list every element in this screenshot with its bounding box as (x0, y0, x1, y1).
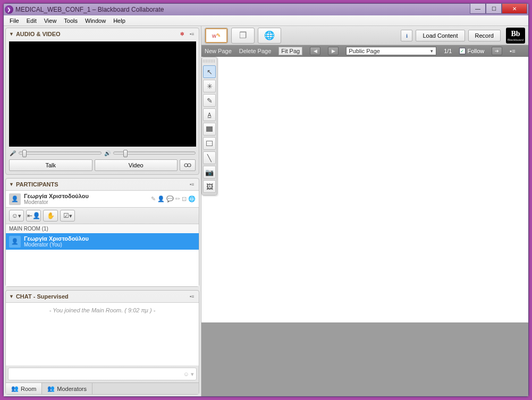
chat-header[interactable]: ▼ CHAT - Supervised ▪≡ (6, 291, 199, 302)
people-icon: 👥 (11, 385, 19, 392)
next-page-button[interactable]: ▶ (328, 47, 339, 55)
room-participant-row[interactable]: 👤 Γεωργία Χριστοδούλου Moderator (You) (6, 233, 199, 250)
select-tool[interactable]: ↖ (203, 65, 216, 78)
checkbox-icon: ✓ (459, 48, 466, 54)
room-list: 👤 Γεωργία Χριστοδούλου Moderator (You) (6, 233, 199, 286)
menu-view[interactable]: View (40, 16, 61, 25)
prev-page-button[interactable]: ◀ (310, 47, 320, 55)
menu-help[interactable]: Help (109, 16, 129, 25)
video-display (9, 41, 196, 147)
maximize-button[interactable]: ☐ (486, 3, 502, 14)
page-toolbar: New Page Delete Page Fit Pag ◀ ▶ Public … (201, 45, 528, 57)
record-button[interactable]: Record (468, 30, 501, 41)
text-tool[interactable]: A (203, 108, 216, 121)
audio-video-header[interactable]: ▼ AUDIO & VIDEO ✲ ▪≡ (6, 28, 199, 40)
tool-palette[interactable]: ↖ ✳ ✎ A ╲ 📷 🖼 (201, 57, 217, 195)
info-button[interactable]: i (401, 30, 412, 41)
collapse-icon: ▼ (9, 182, 14, 187)
nav-arrow-button[interactable]: ➔ (492, 47, 502, 55)
emote-button[interactable]: ☺▾ (9, 210, 24, 222)
empty-rect-tool[interactable] (203, 137, 216, 150)
perm-icon: ✏ (175, 195, 180, 202)
chat-tab-moderators[interactable]: 👥Moderators (42, 383, 92, 394)
participant-toolbar: ☺▾ ⇤👤 ✋ ☑▾ (6, 207, 199, 224)
whiteboard-canvas[interactable] (201, 57, 528, 322)
perm-icon: 👤 (157, 195, 165, 202)
delete-page-button[interactable]: Delete Page (239, 48, 272, 54)
left-panel: ▼ AUDIO & VIDEO ✲ ▪≡ 🎤 🔊 Talk Video (4, 26, 201, 396)
preview-button[interactable] (180, 159, 196, 171)
participant-name: Γεωργία Χριστοδούλου (24, 235, 89, 242)
pointer-tool[interactable]: ✳ (203, 80, 216, 92)
perm-icon: 🌐 (188, 195, 196, 202)
participant-name: Γεωργία Χριστοδούλου (24, 193, 89, 199)
raise-hand-button[interactable]: ✋ (43, 210, 58, 222)
participants-panel: ▼ PARTICIPANTS ▪≡ 👤 Γεωργία Χριστοδούλου… (5, 178, 199, 287)
collapse-icon: ▼ (9, 294, 14, 299)
page-menu-icon[interactable]: ▪≡ (510, 48, 515, 54)
mic-slider[interactable] (19, 151, 102, 155)
follow-toggle[interactable]: ✓Follow (459, 48, 484, 54)
audio-video-panel: ▼ AUDIO & VIDEO ✲ ▪≡ 🎤 🔊 Talk Video (5, 28, 199, 175)
avatar-icon: 👤 (9, 236, 21, 248)
chat-tab-room[interactable]: 👥Room (6, 383, 42, 394)
chat-title: CHAT - Supervised (16, 293, 69, 300)
menu-window[interactable]: Window (81, 16, 109, 25)
perm-icon: ✎ (151, 195, 156, 202)
right-panel: w✎ ❐ 🌐 i Load Content Record BbBlackboar… (201, 26, 528, 396)
participants-menu-icon[interactable]: ▪≡ (188, 181, 196, 188)
load-content-button[interactable]: Load Content (416, 30, 465, 41)
poll-button[interactable]: ☑▾ (60, 210, 75, 222)
whiteboard-area: ↖ ✳ ✎ A ╲ 📷 🖼 (201, 57, 528, 396)
blackboard-logo: BbBlackboard (506, 28, 525, 44)
participant-self-row: 👤 Γεωργία Χριστοδούλου Moderator ✎ 👤 💬 ✏… (6, 191, 199, 207)
close-button[interactable]: ✕ (502, 3, 527, 14)
collapse-icon: ▼ (9, 31, 14, 37)
window-title: MEDICAL_WEB_CONF_1 – Blackboard Collabor… (15, 6, 527, 13)
appshare-mode-button[interactable]: ❐ (231, 28, 255, 44)
emoticon-icon[interactable]: ☺ ▾ (183, 371, 194, 378)
step-away-button[interactable]: ⇤👤 (26, 210, 41, 222)
av-options-icon[interactable]: ✲ (179, 30, 186, 38)
participants-header[interactable]: ▼ PARTICIPANTS ▪≡ (6, 178, 199, 190)
page-number: 1/1 (444, 48, 452, 54)
chat-menu-icon[interactable]: ▪≡ (188, 293, 196, 300)
titlebar[interactable]: ❯ MEDICAL_WEB_CONF_1 – Blackboard Collab… (4, 4, 528, 15)
pen-tool[interactable]: ✎ (203, 94, 216, 107)
menu-edit[interactable]: Edit (23, 16, 40, 25)
room-label: MAIN ROOM (1) (6, 224, 199, 233)
talk-button[interactable]: Talk (9, 159, 92, 171)
palette-grip[interactable] (203, 59, 216, 63)
clipart-tool[interactable]: 🖼 (203, 180, 216, 193)
chat-input[interactable]: ☺ ▾ (8, 368, 197, 380)
svg-point-1 (188, 164, 191, 167)
menu-tools[interactable]: Tools (60, 16, 81, 25)
mic-icon: 🎤 (9, 149, 16, 157)
content-area: ▼ AUDIO & VIDEO ✲ ▪≡ 🎤 🔊 Talk Video (4, 26, 528, 396)
av-menu-icon[interactable]: ▪≡ (188, 30, 196, 38)
line-tool[interactable]: ╲ (203, 151, 216, 164)
menubar: File Edit View Tools Window Help (4, 15, 528, 26)
speaker-slider[interactable] (113, 151, 196, 155)
mode-toolbar: w✎ ❐ 🌐 i Load Content Record BbBlackboar… (201, 26, 528, 45)
filled-rect-tool[interactable] (203, 123, 216, 135)
whiteboard-mode-button[interactable]: w✎ (205, 28, 228, 44)
webtour-mode-button[interactable]: 🌐 (258, 28, 281, 44)
chat-system-message: - You joined the Main Room. ( 9:02 πμ ) … (6, 303, 199, 318)
minimize-button[interactable]: — (470, 3, 486, 14)
participants-title: PARTICIPANTS (16, 181, 58, 188)
people-icon: 👥 (47, 385, 55, 392)
participant-role: Moderator (You) (24, 242, 89, 248)
fit-page-button[interactable]: Fit Pag (278, 47, 302, 55)
app-window: ❯ MEDICAL_WEB_CONF_1 – Blackboard Collab… (3, 3, 529, 397)
video-button[interactable]: Video (95, 159, 178, 171)
screenshot-tool[interactable]: 📷 (203, 166, 216, 178)
permission-icons: ✎ 👤 💬 ✏ ⊡ 🌐 (151, 195, 196, 202)
chat-body: - You joined the Main Room. ( 9:02 πμ ) … (6, 302, 199, 365)
menu-file[interactable]: File (6, 16, 23, 25)
new-page-button[interactable]: New Page (205, 48, 232, 54)
speaker-icon: 🔊 (104, 149, 111, 157)
chat-panel: ▼ CHAT - Supervised ▪≡ - You joined the … (5, 290, 199, 395)
page-select[interactable]: Public Page▼ (346, 47, 436, 55)
svg-point-0 (184, 164, 188, 167)
